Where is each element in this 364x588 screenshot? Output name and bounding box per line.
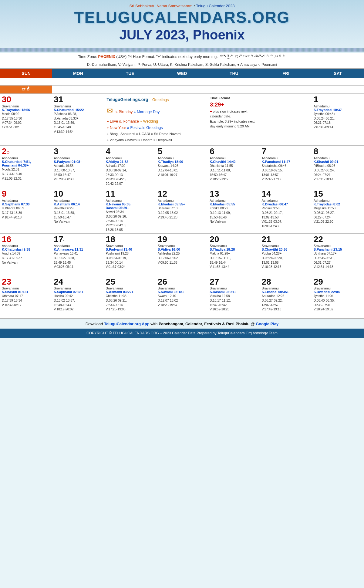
day-14: 14 Ashadamu K.Dwadasi 06:47 Rohini 09:56… [260,188,312,233]
day-num-14: 14 [261,189,310,199]
telugu-wed: బుధ [156,86,208,94]
tithi-23: S.Shashti 01:13+ [2,290,50,294]
day-num-4: 4 [106,147,154,156]
phoenix-label: PHOENIX [98,55,115,59]
day-wednesday-label: WEDNESDAY [156,78,208,86]
day-num-31: 31 [54,95,102,104]
day-13: 13 Ashadamu K.Ekadasi 05:55 Krittika 08:… [208,188,260,233]
telugu-thu: గురు [208,86,260,94]
day-thursday-label: THURSDAY [208,78,260,86]
day-25: 25 Sravanamu S.Ashtami 03:22+ Chiththa 1… [104,276,156,318]
nakshatra-10: Ashadamu [54,199,102,202]
greetings-box: TeluguGreetings.org – Greetings ✉ » Birt… [107,96,206,143]
nakshatra-28: Sravanamu [261,286,310,290]
day-num-20: 20 [210,235,258,244]
times-25: Chiththa 11:33D.08:26-09:21,23:33-00:14V… [106,294,154,312]
subtitle-blue: Telugu Calendar 2023 [196,4,234,8]
day-9: 9 Ashadamu K.Sapthami 07:30 U.Bhadra 06:… [0,188,52,233]
th-thu: THU [208,69,260,78]
calendar-table: SUN MON TUE WED THU FRI SAT SUNDAY MONDA… [0,69,364,318]
day-num-24: 24 [54,277,102,287]
day-tuesday-label: TUESDAY [104,78,156,86]
day-21: 21 Sravanamu S.Chavithi 20:56 Pubba 04:2… [260,233,312,276]
greet-wedding: » Wedding [140,119,158,123]
tithi-18: S.Padyami 13:40 [106,248,154,251]
nakshatra-6: Ashadamu [210,156,258,160]
day-num-25: 25 [106,277,154,287]
nakshatra-4: Ashadamu [106,156,154,160]
day-num-1: 1 [314,95,362,104]
greetings-icon-line: ✉ » Birthday » Marriage Day [107,105,206,117]
day-num-30: 30 [2,95,50,104]
info-bar: Time Zone: PHOENIX (USA) 24 Hour Format.… [0,53,364,61]
day-28: 28 Sravanamu S.Ekadasi 00:35+ Anuradha 1… [260,276,312,318]
day-27: 27 Sravanamu S.Dasami 02:21+ Visakha 12:… [208,276,260,318]
day-15: 15 Ashadamu K.Trayodasi 8:02 Mrigasira 1… [312,188,364,233]
tithi-24: S.Sapthami 02:38+ [54,290,102,294]
tithi-15: K.Trayodasi 8:02 [314,202,362,206]
times-8: P.Bhadra 08:06D.05:27-06:24,06:24-07:21V… [314,164,362,181]
nakshatra-3: Ashadamu [54,156,102,160]
tithi-25: S.Ashtami 03:22+ [106,290,154,294]
greetings-title-line: TeluguGreetings.org – Greetings [107,96,206,103]
subtitle-red: Sri Sobhakrutu Nama Samvatsaram [130,4,193,8]
day-num-2: 2○ [2,147,50,156]
tithi-22: S.Panchami 23:15 [314,248,362,251]
nakshatra-23: Sravanamu [2,286,50,290]
greet-birthday: » Birthday [116,110,133,114]
day-num-26: 26 [158,277,206,287]
page-wrapper: Sri Sobhakrutu Nama Samvatsaram • Telugu… [0,0,364,338]
footer-app-link[interactable]: TeluguCalendar.org App [104,322,150,326]
week-row-2: 2○ Ashadamu S.Chaturdasi 7:51, Pournami … [0,146,364,188]
times-1: Jyestha 00:48+D.05:24-06:21,06:21-07:18V… [314,112,362,130]
time-format-note1: + plus sign indicates next calendar date… [210,109,258,119]
nakshatra-21: Sravanamu [261,244,310,248]
tithi-21: S.Chavithi 20:56 [261,248,310,251]
times-18: Pushyami 19:28D.08:23-09:19,23:34-00:14V… [106,251,154,269]
subtitle-line: Sri Sobhakrutu Nama Samvatsaram • Telugu… [3,4,361,8]
day-31: 31 Sravanamu S.Chaturdasi 15:22 P.Ashada… [52,94,104,146]
day-23: 23 Sravanamu S.Shashti 01:13+ Uththara 0… [0,276,52,318]
week-row-5: 23 Sravanamu S.Shashti 01:13+ Uththara 0… [0,276,364,318]
day-19: 19 Sravanamu S.Vidiya 16:00 Ashlesha 22:… [156,233,208,276]
nakshatra-16: Ashadamu [2,244,50,248]
legend-bar: D.-Durmuhurtham, V.-Varjyam, P.-Purva, U… [0,61,364,69]
time-format-heading: Time Format [210,96,258,101]
week-row-1: 30 Sravanamu S.Trayodasi 18:56 Moola 09:… [0,94,364,146]
times-4: Ashada 17:09D.08:18-09:14,23:33-00:13V.0… [106,164,154,186]
tithi-1: S.Trayodasi 10:37 [314,108,362,112]
tithi-31: S.Chaturdasi 15:22 [54,108,102,112]
nakshatra-19: Sravanamu [158,244,206,248]
day-7: 7 Ashadamu K.Panchami 11:47 Shatabisha 0… [260,146,312,188]
day-num-27: 27 [210,277,258,287]
times-19: Ashlesha 22:25D.12:06-13:02V.09:50-11:38 [158,251,206,265]
nakshatra-22: Sravanamu [314,244,362,248]
decorative-border [0,48,364,52]
th-sat: SAT [312,69,364,78]
envelope-icon: ✉ [107,105,113,117]
tithi-3: S.Padyami 01:08+ [54,160,102,164]
day-friday-label: FRIDAY [260,78,312,86]
tithi-6: K.Chavithi 14:42 [210,160,258,164]
th-mon: MON [52,69,104,78]
day-num-8: 8 [314,147,362,156]
tithi-26: S.Navami 03:18+ [158,290,206,294]
day-saturday-label: SATURDAY [312,78,364,86]
footer-google-play[interactable]: Google Play [256,322,278,326]
month-title: JULY 2023, Phoenix [3,27,361,42]
times-21: Pubba 04:28+D.08:24-09:20,13:02-13:58V.1… [261,251,310,269]
footer-info: Download TeluguCalendar.org App with Pan… [0,319,364,329]
day-name-row: SUNDAY MONDAY TUESDAY WEDNESDAY THURSDAY… [0,78,364,86]
day-6: 6 Ashadamu K.Chavithi 14:42 Dhanishta 11… [208,146,260,188]
day-num-22: 22 [314,235,362,244]
th-fri: FRI [260,69,312,78]
nakshatra-17: Ashadamu [54,244,102,248]
nakshatra-5: Ashadamu [158,156,206,160]
day-num-16: 16 [2,235,50,244]
telugu-sun: ఆది [0,86,52,94]
tithi-17: K.Amavasya 11:31 [54,248,102,251]
day-empty [260,94,312,146]
tithi-20: S.Thadiya 18:28 [210,248,258,251]
tithi-14: K.Dwadasi 06:47 [261,202,310,206]
time-format-value: 3:29+ [210,101,258,109]
